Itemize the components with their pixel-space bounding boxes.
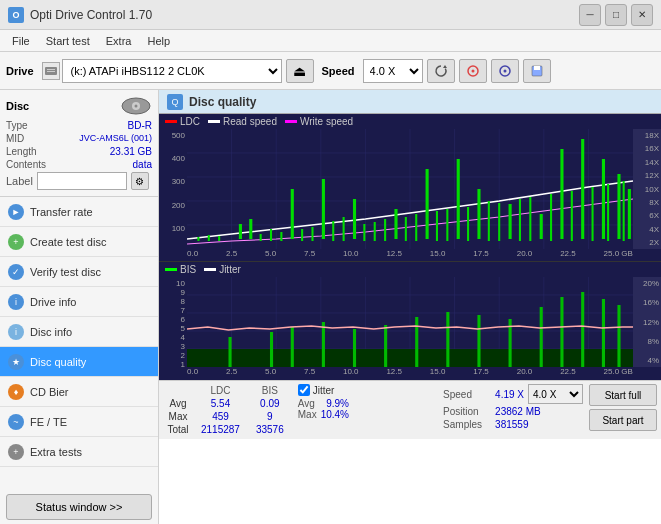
- write-speed-legend: Write speed: [285, 116, 353, 127]
- svg-rect-37: [560, 149, 563, 239]
- disc-quality-title: Disc quality: [189, 95, 256, 109]
- jitter-label: Jitter: [313, 385, 335, 396]
- cd-bier-label: CD Bier: [30, 386, 69, 398]
- disc-quality-icon: ★: [8, 354, 24, 370]
- jitter-legend-label: Jitter: [219, 264, 241, 275]
- svg-point-12: [135, 105, 138, 108]
- svg-rect-56: [415, 214, 417, 241]
- start-part-button[interactable]: Start part: [589, 409, 657, 431]
- max-label: Max: [163, 410, 193, 423]
- sidebar: Disc Type BD-R MID JVC-AMS6L (001) Lengt…: [0, 90, 159, 524]
- svg-rect-1: [47, 69, 55, 70]
- minimize-button[interactable]: ─: [579, 4, 601, 26]
- sidebar-item-extra-tests[interactable]: + Extra tests: [0, 437, 158, 467]
- disc-contents-row: Contents data: [6, 159, 152, 170]
- sidebar-item-create-test-disc[interactable]: + Create test disc: [0, 227, 158, 257]
- sidebar-item-disc-quality[interactable]: ★ Disc quality: [0, 347, 158, 377]
- read-speed-legend-label: Read speed: [223, 116, 277, 127]
- disc-label-button[interactable]: ⚙: [131, 172, 149, 190]
- top-chart-x-axis: 0.0 2.5 5.0 7.5 10.0 12.5 15.0 17.5 20.0…: [159, 249, 661, 258]
- disc-label-row: Label ⚙: [6, 172, 152, 190]
- disc-info-icon: i: [8, 324, 24, 340]
- sidebar-item-transfer-rate[interactable]: ► Transfer rate: [0, 197, 158, 227]
- read-speed-legend: Read speed: [208, 116, 277, 127]
- ldc-header: LDC: [193, 384, 248, 397]
- position-label: Position: [443, 406, 491, 417]
- svg-rect-88: [384, 325, 387, 367]
- svg-rect-38: [581, 139, 584, 239]
- menu-start-test[interactable]: Start test: [38, 33, 98, 49]
- speed-select[interactable]: 4.0 X: [363, 59, 423, 83]
- svg-rect-67: [607, 184, 609, 241]
- disc-type-row: Type BD-R: [6, 120, 152, 131]
- titlebar-controls: ─ □ ✕: [579, 4, 653, 26]
- action-buttons: Start full Start part: [589, 384, 657, 431]
- disc-label-input[interactable]: [37, 172, 127, 190]
- svg-rect-59: [467, 207, 469, 241]
- svg-rect-27: [249, 219, 252, 239]
- svg-rect-40: [617, 174, 620, 239]
- sidebar-item-fe-te[interactable]: ~ FE / TE: [0, 407, 158, 437]
- drive-select[interactable]: (k:) ATAPi iHBS112 2 CL0K: [62, 59, 282, 83]
- status-window-button[interactable]: Status window >>: [6, 494, 152, 520]
- drive-icon: [42, 62, 60, 80]
- svg-rect-64: [550, 194, 552, 241]
- sidebar-item-drive-info[interactable]: i Drive info: [0, 287, 158, 317]
- jitter-section: Jitter Avg 9.9% Max 10.4%: [298, 384, 349, 420]
- total-bis: 33576: [248, 423, 292, 436]
- menu-help[interactable]: Help: [139, 33, 178, 49]
- svg-rect-29: [322, 179, 325, 239]
- svg-rect-51: [343, 217, 345, 241]
- ldc-legend-color: [165, 120, 177, 123]
- svg-rect-48: [301, 229, 303, 241]
- sidebar-item-verify-test-disc[interactable]: ✓ Verify test disc: [0, 257, 158, 287]
- jitter-header: Jitter: [298, 384, 349, 396]
- menu-file[interactable]: File: [4, 33, 38, 49]
- bottom-chart-x-axis: 0.0 2.5 5.0 7.5 10.0 12.5 15.0 17.5 20.0…: [159, 367, 661, 376]
- menubar: File Start test Extra Help: [0, 30, 661, 52]
- avg-bis: 0.09: [248, 397, 292, 410]
- svg-rect-9: [534, 66, 540, 70]
- bottom-chart: BIS Jitter 10 9 8 7 6 5 4 3: [159, 262, 661, 380]
- samples-label: Samples: [443, 419, 491, 430]
- speed-select-small[interactable]: 4.0 X: [528, 384, 583, 404]
- svg-rect-97: [617, 305, 620, 367]
- svg-rect-84: [270, 332, 273, 367]
- cd-icon-button[interactable]: [459, 59, 487, 83]
- svg-rect-61: [498, 203, 500, 241]
- menu-extra[interactable]: Extra: [98, 33, 140, 49]
- start-full-button[interactable]: Start full: [589, 384, 657, 406]
- svg-point-5: [471, 69, 474, 72]
- svg-rect-50: [332, 221, 334, 241]
- bottom-chart-legend: BIS Jitter: [159, 262, 661, 277]
- refresh-button[interactable]: [427, 59, 455, 83]
- svg-rect-90: [446, 312, 449, 367]
- svg-rect-85: [291, 327, 294, 367]
- eject-button[interactable]: ⏏: [286, 59, 314, 83]
- jitter-checkbox[interactable]: [298, 384, 310, 396]
- speed-label-text: Speed: [443, 389, 491, 400]
- svg-rect-54: [384, 219, 386, 241]
- sidebar-item-disc-info[interactable]: i Disc info: [0, 317, 158, 347]
- disc-button[interactable]: [491, 59, 519, 83]
- disc-length-row: Length 23.31 GB: [6, 146, 152, 157]
- avg-ldc: 5.54: [193, 397, 248, 410]
- write-speed-legend-label: Write speed: [300, 116, 353, 127]
- svg-rect-65: [571, 191, 573, 241]
- svg-rect-31: [394, 209, 397, 239]
- svg-rect-2: [47, 71, 55, 72]
- close-button[interactable]: ✕: [631, 4, 653, 26]
- svg-rect-45: [260, 234, 262, 241]
- speed-position-section: Speed 4.19 X 4.0 X Position 23862 MB Sam…: [443, 384, 583, 430]
- svg-rect-89: [415, 317, 418, 367]
- sidebar-item-cd-bier[interactable]: ♦ CD Bier: [0, 377, 158, 407]
- save-button[interactable]: [523, 59, 551, 83]
- bottom-chart-y-left: 10 9 8 7 6 5 4 3 2 1: [159, 277, 187, 367]
- bis-legend-label: BIS: [180, 264, 196, 275]
- jitter-legend: Jitter: [204, 264, 241, 275]
- create-test-disc-label: Create test disc: [30, 236, 106, 248]
- titlebar-left: O Opti Drive Control 1.70: [8, 7, 152, 23]
- svg-rect-34: [477, 189, 480, 239]
- svg-rect-47: [280, 232, 282, 241]
- maximize-button[interactable]: □: [605, 4, 627, 26]
